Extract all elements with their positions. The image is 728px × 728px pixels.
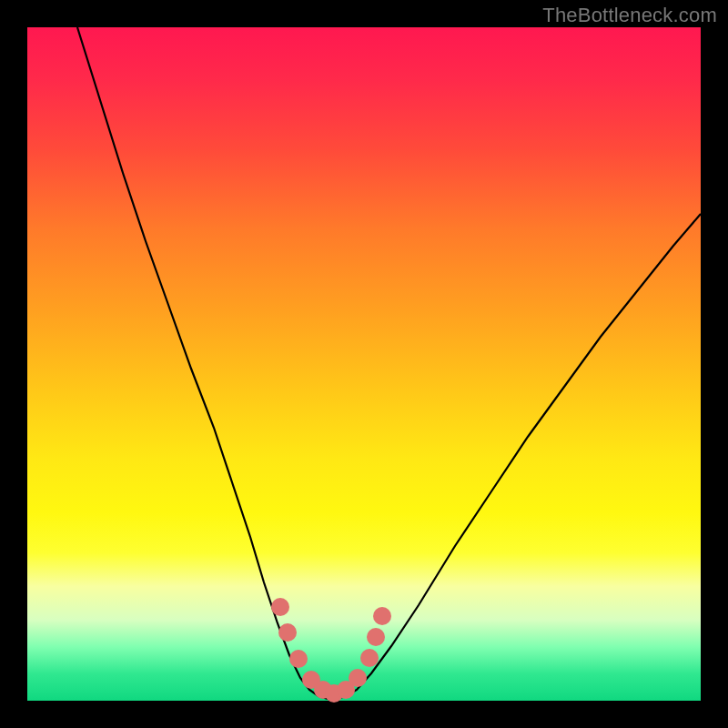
data-marker xyxy=(360,649,379,667)
data-marker xyxy=(278,623,297,642)
bottleneck-curve xyxy=(77,27,701,699)
data-marker xyxy=(367,628,385,646)
data-markers-group xyxy=(271,598,391,703)
chart-container: TheBottleneck.com xyxy=(0,0,728,728)
data-marker xyxy=(271,598,289,616)
data-marker xyxy=(289,650,308,668)
data-marker xyxy=(373,607,391,625)
watermark-text: TheBottleneck.com xyxy=(542,4,717,27)
chart-svg xyxy=(27,27,701,701)
data-marker xyxy=(349,669,367,687)
